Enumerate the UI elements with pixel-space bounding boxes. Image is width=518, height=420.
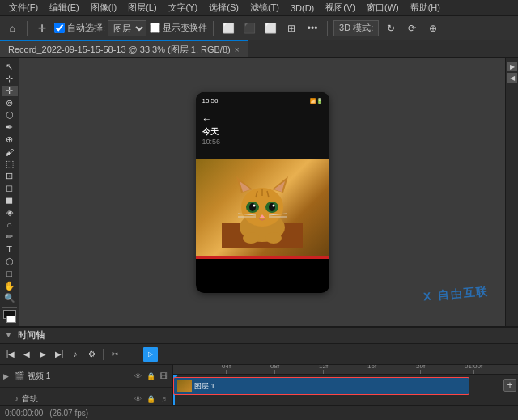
ruler-tick-08f bbox=[274, 370, 275, 374]
ruler-mark-04f: 04f bbox=[222, 365, 231, 374]
toolbox: ↖ ⊹ ✛ ⊚ ⬡ ✒ ⊕ 🖌 ⬚ ⊡ ◻ ◼ ◈ ○ ✏ T ⬡ □ ✋ 🔍 bbox=[0, 58, 19, 326]
menu-item-view[interactable]: 视图(V) bbox=[320, 1, 361, 15]
video-expand-button[interactable]: ▶ bbox=[3, 372, 11, 380]
right-sidebar: ▶ ◀ bbox=[505, 58, 518, 326]
pen-tool-button[interactable]: ✏ bbox=[2, 231, 18, 242]
lasso-tool-button[interactable]: ⊚ bbox=[2, 98, 18, 108]
video-track-label: ▶ 🎬 视频 1 👁 🔒 🎞 bbox=[0, 365, 172, 388]
menu-item-layer[interactable]: 图层(L) bbox=[122, 1, 162, 15]
svg-point-22 bbox=[265, 232, 282, 244]
menu-item-file[interactable]: 文件(F) bbox=[3, 1, 44, 15]
ruler-tick-16f bbox=[372, 370, 372, 374]
toolbar: ⌂ ✛ 自动选择: 图层 显示变换件 ⬜ ⬛ ⬜ ⊞ ••• 3D 模式: ↻ … bbox=[0, 16, 518, 40]
video-clip[interactable]: 图层 1 bbox=[173, 377, 469, 395]
right-sidebar-btn-1[interactable]: ▶ bbox=[507, 62, 517, 71]
align-left-button[interactable]: ⬜ bbox=[219, 19, 237, 37]
separator-2 bbox=[213, 21, 214, 36]
svg-point-15 bbox=[273, 204, 275, 206]
align-center-button[interactable]: ⬛ bbox=[240, 19, 258, 37]
rewind-button[interactable]: |◀ bbox=[3, 347, 18, 362]
menu-bar: 文件(F) 编辑(E) 图像(I) 图层(L) 文字(Y) 选择(S) 滤镜(T… bbox=[0, 0, 518, 16]
video-eye-button[interactable]: 👁 bbox=[132, 371, 143, 382]
zoom-tool-button[interactable]: 🔍 bbox=[2, 293, 18, 303]
move-tool-button[interactable]: ✛ bbox=[33, 19, 51, 37]
text-tool-button[interactable]: T bbox=[2, 244, 18, 254]
audio-lock-button[interactable]: 🔒 bbox=[145, 393, 156, 405]
main-area: ↖ ⊹ ✛ ⊚ ⬡ ✒ ⊕ 🖌 ⬚ ⊡ ◻ ◼ ◈ ○ ✏ T ⬡ □ ✋ 🔍 … bbox=[0, 58, 518, 326]
prev-frame-button[interactable]: ◀ bbox=[19, 347, 34, 362]
tab-close-button[interactable]: × bbox=[235, 45, 240, 54]
heal-tool-button[interactable]: ⊕ bbox=[2, 134, 18, 145]
menu-item-3d[interactable]: 3D(D) bbox=[285, 2, 320, 14]
clip-name: 图层 1 bbox=[194, 381, 215, 392]
clone-tool-button[interactable]: ⬚ bbox=[2, 159, 18, 169]
menu-item-text[interactable]: 文字(Y) bbox=[163, 1, 204, 15]
auto-select-checkbox[interactable] bbox=[54, 23, 65, 33]
tab-title: Record_2022-09-15-15-58-13 @ 33.3% (图层 1… bbox=[8, 44, 231, 56]
menu-item-window[interactable]: 窗口(W) bbox=[361, 1, 405, 15]
menu-item-help[interactable]: 帮助(H) bbox=[405, 1, 446, 15]
ruler-mark-01m: 01:00f bbox=[465, 365, 482, 374]
add-track-button[interactable]: + bbox=[503, 379, 516, 392]
fps-display: (26.07 fps) bbox=[49, 409, 88, 418]
menu-item-select[interactable]: 选择(S) bbox=[203, 1, 244, 15]
zoom-3d-button[interactable]: ⊕ bbox=[424, 19, 442, 37]
trim-button[interactable]: ✂ bbox=[108, 347, 122, 362]
gradient-tool-button[interactable]: ◼ bbox=[2, 195, 18, 206]
video-film-button[interactable]: 🎞 bbox=[158, 371, 169, 382]
ruler-mark-16f: 16f bbox=[367, 365, 376, 374]
phone-time: 15:56 bbox=[202, 97, 219, 104]
document-tab[interactable]: Record_2022-09-15-15-58-13 @ 33.3% (图层 1… bbox=[0, 40, 248, 57]
home-button[interactable]: ⌂ bbox=[3, 19, 21, 37]
more-button[interactable]: ••• bbox=[304, 19, 321, 37]
settings-button[interactable]: ⚙ bbox=[84, 347, 99, 362]
play-button[interactable]: ▶ bbox=[36, 347, 50, 362]
audio-eye-button[interactable]: 👁 bbox=[132, 393, 143, 405]
ruler-tick-01m bbox=[473, 370, 474, 374]
path-tool-button[interactable]: ⬡ bbox=[2, 257, 18, 267]
3d-mode-button[interactable]: 3D 模式: bbox=[333, 20, 379, 36]
audio-expand-button[interactable] bbox=[3, 395, 11, 403]
eraser-tool-button[interactable]: ◻ bbox=[2, 183, 18, 193]
shape-tool-button[interactable]: □ bbox=[2, 269, 18, 279]
audio-track-name: 音轨 bbox=[22, 393, 38, 405]
right-sidebar-btn-2[interactable]: ◀ bbox=[507, 73, 517, 83]
audio-track-icon: ♪ bbox=[15, 394, 19, 403]
menu-item-image[interactable]: 图像(I) bbox=[85, 1, 122, 15]
crop-tool-button[interactable]: ⬡ bbox=[2, 110, 18, 121]
eyedropper-tool-button[interactable]: ✒ bbox=[2, 122, 18, 133]
next-frame-button[interactable]: ▶| bbox=[52, 347, 66, 362]
more-tl-button[interactable]: ⋯ bbox=[124, 347, 138, 362]
video-lock-button[interactable]: 🔒 bbox=[145, 371, 156, 382]
layer-select[interactable]: 图层 bbox=[108, 20, 146, 36]
background-color-button[interactable] bbox=[6, 316, 16, 323]
audio-track-controls: 👁 🔒 ♬ bbox=[132, 393, 169, 405]
brush-tool-button[interactable]: 🖌 bbox=[2, 146, 18, 157]
menu-item-edit[interactable]: 编辑(E) bbox=[44, 1, 85, 15]
tab-bar: Record_2022-09-15-15-58-13 @ 33.3% (图层 1… bbox=[0, 40, 518, 58]
clip-thumbnail bbox=[177, 380, 192, 392]
move-3d-button[interactable]: ⟳ bbox=[403, 19, 421, 37]
ruler-tick-12f bbox=[323, 370, 324, 374]
audio-music-button[interactable]: ♬ bbox=[158, 393, 169, 405]
show-transform-group: 显示变换件 bbox=[150, 22, 207, 34]
show-transform-checkbox[interactable] bbox=[150, 23, 160, 33]
timeline-collapse-button[interactable]: ▼ bbox=[5, 331, 15, 341]
show-transform-label: 显示变换件 bbox=[163, 22, 207, 34]
dodge-tool-button[interactable]: ○ bbox=[2, 219, 18, 230]
arrow-tool-button[interactable]: ↖ bbox=[2, 62, 18, 72]
align-right-button[interactable]: ⬜ bbox=[261, 19, 279, 37]
video-track-controls: 👁 🔒 🎞 bbox=[132, 371, 169, 382]
ruler-mark-12f: 12f bbox=[319, 365, 328, 374]
blur-tool-button[interactable]: ◈ bbox=[2, 207, 18, 218]
rotate-3d-button[interactable]: ↻ bbox=[382, 19, 400, 37]
svg-point-12 bbox=[249, 203, 256, 211]
hand-tool-button[interactable]: ✋ bbox=[2, 281, 18, 291]
history-tool-button[interactable]: ⊡ bbox=[2, 171, 18, 181]
tool-2[interactable]: ⊹ bbox=[2, 74, 18, 84]
audio-button[interactable]: ♪ bbox=[68, 347, 83, 362]
timeline-ruler[interactable]: 04f 08f 12f 16f 20f bbox=[173, 365, 518, 375]
move-tool-button-left[interactable]: ✛ bbox=[2, 86, 18, 96]
menu-item-filter[interactable]: 滤镜(T) bbox=[244, 1, 285, 15]
distribute-button[interactable]: ⊞ bbox=[282, 19, 300, 37]
